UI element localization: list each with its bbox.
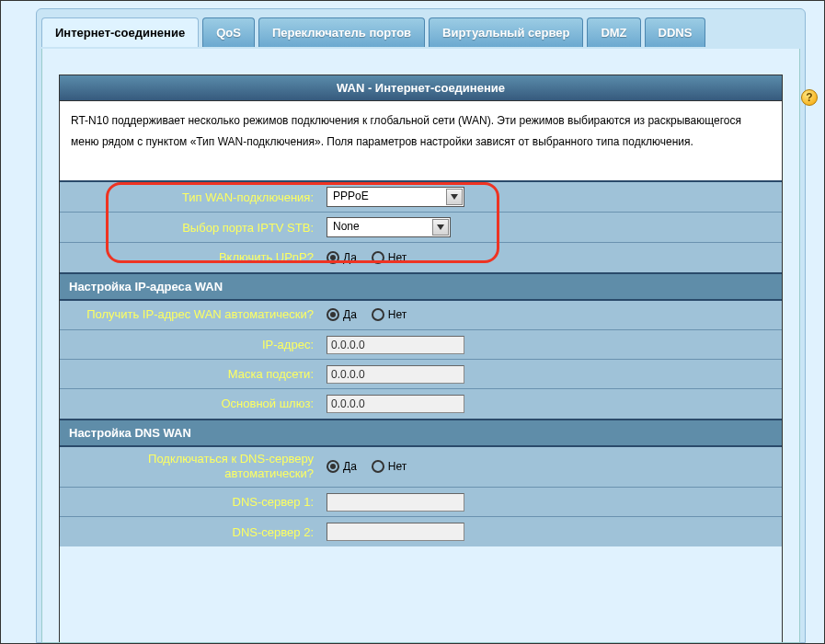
- input-ip-address[interactable]: [327, 336, 464, 354]
- basic-settings-table: Тип WAN-подключения: PPPoE Выбор порта I…: [60, 182, 782, 272]
- section-dns-title: Настройка DNS WAN: [60, 419, 782, 447]
- label-dns1: DNS-сервер 1:: [60, 488, 319, 517]
- radio-icon: [327, 251, 339, 264]
- label-dns2: DNS-сервер 2:: [60, 517, 319, 546]
- radio-group-dns-auto: Да Нет: [327, 460, 774, 473]
- row-dns-auto: Подключаться к DNS-серверу автоматически…: [60, 447, 782, 488]
- select-iptv-value: None: [327, 218, 365, 235]
- radio-icon: [372, 251, 384, 264]
- inner-frame: WAN - Интернет-соединение RT-N10 поддерж…: [59, 75, 783, 642]
- row-ip-address: IP-адрес:: [60, 330, 782, 360]
- radio-icon: [372, 308, 384, 321]
- router-page: Интернет-соединение QoS Переключатель по…: [0, 0, 825, 644]
- label-ip-auto: Получить IP-адрес WAN автоматически?: [60, 301, 319, 330]
- radio-ip-auto-yes[interactable]: Да: [327, 308, 357, 321]
- tab-port-trigger[interactable]: Переключатель портов: [258, 17, 425, 47]
- radio-group-upnp: Да Нет: [327, 251, 774, 264]
- row-dns2: DNS-сервер 2:: [60, 517, 782, 546]
- section-ip-title: Настройка IP-адреса WAN: [60, 272, 782, 301]
- radio-dns-auto-no[interactable]: Нет: [372, 460, 407, 473]
- radio-upnp-yes[interactable]: Да: [327, 251, 357, 264]
- label-wan-type: Тип WAN-подключения:: [60, 182, 319, 213]
- radio-icon: [327, 460, 339, 473]
- label-gateway: Основной шлюз:: [60, 389, 319, 419]
- label-upnp: Включить UPnP?: [60, 243, 319, 272]
- tab-dmz[interactable]: DMZ: [587, 17, 640, 47]
- radio-dns-auto-yes[interactable]: Да: [327, 460, 357, 473]
- tab-ddns[interactable]: DDNS: [645, 17, 706, 47]
- chevron-down-icon: [432, 219, 449, 236]
- label-mask: Маска подсети:: [60, 360, 319, 389]
- input-dns1[interactable]: [327, 493, 464, 512]
- radio-group-ip-auto: Да Нет: [327, 308, 774, 321]
- radio-icon: [372, 460, 384, 473]
- chevron-down-icon: [446, 189, 463, 205]
- input-gateway[interactable]: [327, 395, 464, 413]
- radio-upnp-no[interactable]: Нет: [372, 251, 407, 264]
- tab-internet[interactable]: Интернет-соединение: [41, 17, 199, 47]
- page-title: WAN - Интернет-соединение: [60, 75, 782, 101]
- page-description: RT-N10 поддерживает несколько режимов по…: [60, 101, 782, 182]
- input-dns2[interactable]: [327, 523, 464, 541]
- select-wan-type[interactable]: PPPoE: [327, 187, 464, 207]
- select-iptv-port[interactable]: None: [327, 217, 451, 237]
- tab-virtual-server[interactable]: Виртуальный сервер: [429, 17, 583, 47]
- dns-settings-table: Подключаться к DNS-серверу автоматически…: [60, 447, 782, 546]
- row-wan-type: Тип WAN-подключения: PPPoE: [60, 182, 782, 213]
- tab-qos[interactable]: QoS: [202, 17, 255, 47]
- ip-settings-table: Получить IP-адрес WAN автоматически? Да …: [60, 301, 782, 419]
- label-ip-address: IP-адрес:: [60, 330, 319, 360]
- label-dns-auto: Подключаться к DNS-серверу автоматически…: [60, 447, 319, 488]
- row-upnp: Включить UPnP? Да Нет: [60, 243, 782, 272]
- row-dns1: DNS-сервер 1:: [60, 488, 782, 517]
- tab-bar: Интернет-соединение QoS Переключатель по…: [41, 17, 705, 47]
- select-wan-type-value: PPPoE: [327, 188, 374, 204]
- label-iptv: Выбор порта IPTV STB:: [60, 213, 319, 243]
- row-mask: Маска подсети:: [60, 360, 782, 389]
- content-panel: WAN - Интернет-соединение RT-N10 поддерж…: [41, 49, 800, 643]
- row-ip-auto: Получить IP-адрес WAN автоматически? Да …: [60, 301, 782, 330]
- radio-ip-auto-no[interactable]: Нет: [372, 308, 407, 321]
- row-gateway: Основной шлюз:: [60, 389, 782, 419]
- help-icon[interactable]: ?: [801, 89, 818, 106]
- radio-icon: [327, 308, 339, 321]
- input-mask[interactable]: [327, 365, 464, 384]
- row-iptv: Выбор порта IPTV STB: None: [60, 213, 782, 243]
